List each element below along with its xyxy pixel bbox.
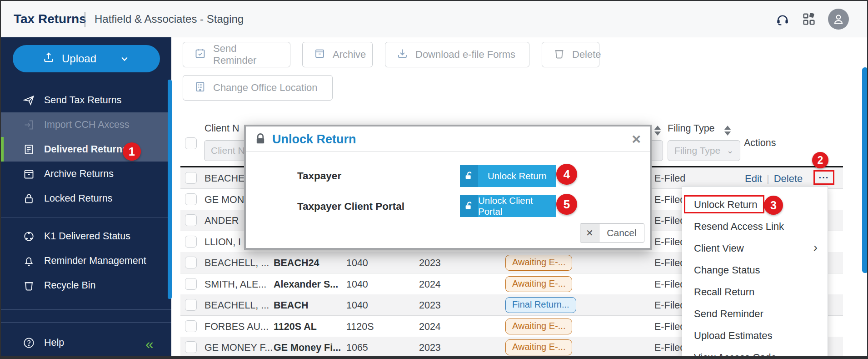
sidebar-item-label: Import CCH Axcess (44, 119, 130, 131)
ellipsis-icon: ··· (819, 172, 829, 183)
menu-item-recall-return[interactable]: Recall Return (682, 281, 828, 303)
cell-filing-type: E-Filed (654, 173, 685, 184)
sidebar-nav: Send Tax ReturnsImport CCH AxcessDeliver… (1, 88, 171, 298)
unlock-icon (460, 195, 478, 217)
bell-icon (23, 255, 35, 267)
delete-link[interactable]: Delete (774, 173, 803, 184)
sidebar-item-locked-returns[interactable]: Locked Returns (1, 186, 171, 211)
menu-item-upload-estimates[interactable]: Upload Estimates (682, 325, 828, 347)
close-icon[interactable]: × (632, 130, 641, 148)
archive-button[interactable]: Archive (302, 42, 373, 67)
cell-tax-year: 2023 (419, 342, 441, 354)
cell-client-name: LLION, I (205, 237, 241, 248)
row-actions: Edit|Delete (745, 173, 803, 185)
row-checkbox[interactable] (185, 320, 197, 332)
import-icon (23, 119, 35, 131)
sidebar-item-archive-returns[interactable]: Archive Returns (1, 162, 171, 186)
cancel-button[interactable]: ✕ Cancel (580, 223, 644, 243)
archive-box-icon (314, 47, 326, 62)
status-badge: Awaiting E-... (505, 339, 572, 355)
cell-return-type: 1065 (346, 342, 368, 354)
app-window: Tax Returns Hatfield & Associates - Stag… (0, 0, 868, 359)
download-icon (396, 47, 409, 62)
download-e-file-forms-button[interactable]: Download e-file Forms (385, 42, 529, 67)
office-building-icon (194, 81, 206, 96)
row-checkbox[interactable] (185, 299, 197, 311)
sidebar-item-import-cch-axcess: Import CCH Axcess (1, 112, 171, 137)
cell-return-type: 1040 (346, 279, 368, 290)
sidebar-item-send-tax-returns[interactable]: Send Tax Returns (1, 88, 171, 112)
cell-filing-type: E-Filed (654, 279, 685, 290)
unlock-return-button[interactable]: Unlock Return (460, 165, 556, 187)
headset-icon[interactable] (775, 12, 790, 26)
sort-icon[interactable] (724, 125, 731, 137)
sidebar-item-label: K1 Delivered Status (44, 231, 130, 242)
step-badge-5: 5 (556, 194, 577, 215)
menu-item-view-access-code[interactable]: View Access Code (682, 347, 828, 359)
lock-icon (254, 133, 267, 147)
menu-item-change-status[interactable]: Change Status (682, 259, 828, 281)
row-checkbox[interactable] (185, 193, 197, 205)
filing-type-filter-select[interactable]: Filing Type ⌄ (668, 140, 740, 161)
delete-button[interactable]: Delete (542, 42, 599, 67)
sidebar-item-k1-delivered-status[interactable]: K1 Delivered Status (1, 224, 171, 248)
row-checkbox[interactable] (185, 278, 197, 290)
cell-filing-type: E-Filed (654, 215, 685, 227)
annotation-box-unlock-return (684, 195, 764, 213)
k1-icon (23, 230, 35, 243)
edit-link[interactable]: Edit (745, 173, 762, 184)
status-badge: Awaiting E-... (505, 276, 572, 292)
menu-item-client-view[interactable]: Client View› (682, 238, 828, 259)
sort-icon[interactable] (654, 125, 661, 137)
select-all-checkbox[interactable] (185, 137, 197, 149)
sidebar-item-delivered-returns[interactable]: Delivered Returns (1, 137, 171, 162)
link-separator: | (767, 173, 769, 184)
row-checkbox[interactable] (185, 214, 197, 226)
menu-item-send-reminder[interactable]: Send Reminder (682, 303, 828, 325)
help-label: Help (44, 337, 64, 349)
avatar[interactable] (828, 9, 849, 30)
org-name: Hatfield & Associates - Staging (95, 1, 244, 37)
menu-item-label: View Access Code (694, 352, 777, 359)
more-actions-button[interactable]: ··· (813, 170, 834, 185)
collapse-sidebar-icon[interactable]: « (145, 336, 154, 353)
menu-item-label: Upload Estimates (694, 330, 772, 342)
chevron-down-icon[interactable] (119, 53, 130, 64)
unlock-client-portal-button[interactable]: Unlock Client Portal (460, 195, 556, 217)
sidebar-item-label: Archive Returns (44, 168, 114, 180)
sidebar-item-reminder-management[interactable]: Reminder Management (1, 248, 171, 273)
change-office-location-button[interactable]: Change Office Location (183, 75, 333, 101)
apps-icon[interactable] (802, 12, 816, 26)
row-checkbox[interactable] (185, 236, 197, 248)
vertical-scrollbar[interactable] (862, 67, 868, 273)
unlock-return-button-label: Unlock Return (478, 165, 556, 187)
step-badge-2: 2 (812, 152, 828, 168)
cell-return-name: BEACH24 (274, 258, 319, 269)
menu-item-label: Resend Access Link (694, 221, 784, 233)
topbar-icons (775, 1, 849, 37)
send-reminder-button[interactable]: Send Reminder (183, 42, 290, 67)
sidebar-scrollbar[interactable] (168, 80, 172, 299)
menu-item-resend-access-link[interactable]: Resend Access Link (682, 216, 828, 238)
column-header-filing-type[interactable]: Filing Type (668, 123, 715, 134)
status-badge: Awaiting E-... (505, 319, 572, 334)
cell-tax-year: 2024 (419, 321, 441, 333)
cell-client-name: BEACHELL, ... (205, 300, 269, 311)
column-header-client-name[interactable]: Client N (205, 123, 239, 134)
filing-filter-placeholder: Filing Type (674, 145, 720, 156)
row-checkbox[interactable] (185, 257, 197, 268)
cell-client-name: BEACHELL, ... (205, 258, 269, 269)
menu-item-label: Client View (694, 243, 744, 254)
row-checkbox[interactable] (185, 172, 197, 184)
cell-client-name: BEACHE (205, 173, 244, 184)
cancel-label: Cancel (599, 224, 644, 242)
upload-button[interactable]: Upload (13, 45, 160, 72)
sidebar-divider (1, 217, 171, 217)
row-checkbox[interactable] (185, 341, 197, 353)
sidebar-item-label: Reminder Management (44, 255, 146, 267)
cell-client-name: SMITH, ALE... (205, 279, 266, 290)
step-badge-1: 1 (123, 142, 141, 161)
sidebar-item-label: Recycle Bin (44, 280, 96, 291)
sidebar-item-recycle-bin[interactable]: Recycle Bin (1, 273, 171, 298)
cell-return-type: 1040 (346, 300, 368, 311)
